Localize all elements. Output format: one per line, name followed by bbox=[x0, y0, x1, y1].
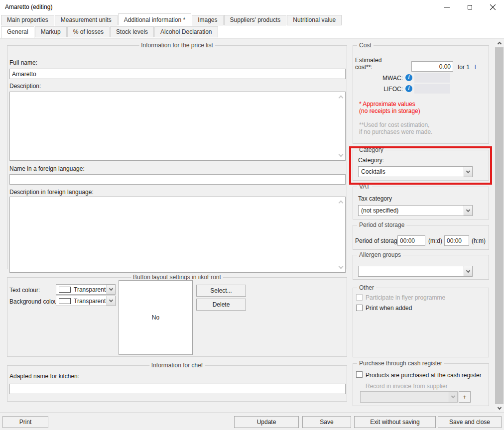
tax-category-dropdown[interactable]: (not specified) bbox=[358, 205, 473, 216]
category-group-title: Category bbox=[357, 146, 385, 153]
adapted-name-input[interactable] bbox=[9, 384, 346, 394]
other-group-title: Other bbox=[357, 284, 376, 291]
storage-md-input[interactable] bbox=[397, 235, 425, 246]
maximize-button[interactable] bbox=[461, 0, 478, 14]
chevron-down-icon bbox=[466, 268, 470, 272]
scrollbar-up-button[interactable] bbox=[495, 39, 504, 47]
scroll-up-icon[interactable] bbox=[339, 96, 344, 101]
flyer-programme-checkbox bbox=[356, 294, 363, 301]
foreign-description-label: Description in foreign language: bbox=[9, 189, 94, 196]
close-icon bbox=[490, 4, 496, 10]
tab-additional-information[interactable]: Additional information * bbox=[118, 13, 191, 25]
scroll-down-icon[interactable] bbox=[339, 264, 344, 269]
exit-without-saving-button[interactable]: Exit without saving bbox=[354, 416, 436, 428]
cost-group-title: Cost bbox=[357, 42, 374, 49]
dropdown-button[interactable] bbox=[107, 285, 115, 294]
text-colour-label: Text colour: bbox=[9, 287, 40, 294]
button-layout-group: Button layout settings in iikoFront Text… bbox=[7, 277, 347, 357]
save-and-close-button[interactable]: Save and close bbox=[438, 416, 502, 428]
chevron-down-icon bbox=[451, 394, 455, 398]
price-list-group-title: Information for the price list bbox=[139, 42, 215, 49]
button-layout-group-title: Button layout settings in iikoFront bbox=[131, 274, 223, 281]
adapted-name-label: Adapted name for kitchen: bbox=[9, 373, 79, 380]
dropdown-button[interactable] bbox=[464, 167, 472, 177]
allergen-dropdown[interactable] bbox=[358, 266, 473, 277]
allergen-group-title: Allergen groups bbox=[357, 251, 403, 258]
estimated-cost-label: Estimated cost**: bbox=[355, 57, 387, 71]
approx-note-line1: * Approximate values bbox=[359, 101, 415, 108]
mwac-info-icon[interactable]: i bbox=[405, 74, 412, 81]
storage-group-title: Period of storage bbox=[357, 221, 406, 228]
minimize-button[interactable] bbox=[438, 0, 455, 14]
tab-images[interactable]: Images bbox=[192, 15, 223, 25]
full-name-input[interactable] bbox=[9, 69, 346, 79]
record-invoice-label: Record in invoice from supplier bbox=[366, 383, 448, 390]
unit-label[interactable]: l bbox=[475, 64, 476, 71]
price-list-group: Information for the price list Full name… bbox=[7, 45, 347, 269]
foreign-name-input[interactable] bbox=[9, 174, 346, 185]
chevron-down-icon bbox=[466, 169, 470, 173]
category-dropdown[interactable]: Cocktails bbox=[358, 166, 473, 177]
dropdown-button[interactable] bbox=[107, 296, 115, 306]
dropdown-button[interactable] bbox=[464, 266, 472, 276]
close-button[interactable] bbox=[484, 0, 501, 14]
mwac-field bbox=[414, 73, 450, 83]
select-image-button[interactable]: Select... bbox=[196, 285, 246, 297]
storage-hm-input[interactable] bbox=[444, 235, 469, 246]
tab-main-properties[interactable]: Main properties bbox=[1, 15, 54, 25]
vat-group-title: VAT bbox=[357, 183, 372, 190]
content-area: Information for the price list Full name… bbox=[0, 38, 504, 412]
subtab-general[interactable]: General bbox=[1, 26, 34, 38]
tab-measurement-units[interactable]: Measurement units bbox=[55, 15, 118, 25]
storage-hm-unit: (h:m) bbox=[472, 237, 486, 244]
storage-md-unit: (m:d) bbox=[428, 237, 442, 244]
print-button[interactable]: Print bbox=[2, 416, 48, 428]
dropdown-button[interactable] bbox=[464, 206, 472, 215]
scroll-up-icon[interactable] bbox=[339, 201, 344, 206]
estimated-cost-input[interactable] bbox=[411, 61, 453, 72]
storage-group: Period of storage Period of storage (m:d… bbox=[353, 225, 489, 250]
subtab-percent-of-losses[interactable]: % of losses bbox=[67, 26, 110, 37]
add-invoice-button[interactable]: + bbox=[459, 391, 471, 403]
tab-nutritional-value[interactable]: Nutritional value bbox=[287, 15, 342, 25]
tax-category-value: (not specified) bbox=[361, 207, 398, 214]
tab-suppliers-products[interactable]: Suppliers' products bbox=[224, 15, 287, 25]
subtab-stock-levels[interactable]: Stock levels bbox=[110, 26, 154, 37]
save-button[interactable]: Save bbox=[302, 416, 351, 428]
colour-swatch bbox=[59, 298, 71, 304]
scrollbar-thumb[interactable] bbox=[495, 47, 504, 404]
description-label: Description: bbox=[9, 83, 41, 90]
sub-tab-bar: General Markup % of losses Stock levels … bbox=[0, 25, 504, 38]
for-quantity-label: for 1 bbox=[458, 64, 470, 71]
minimize-icon bbox=[444, 7, 450, 7]
full-name-label: Full name: bbox=[9, 59, 37, 66]
purchased-at-register-checkbox[interactable] bbox=[356, 371, 363, 378]
title-bar: Amaretto (editing) bbox=[0, 0, 504, 14]
usage-note-line1: **Used for cost estimation, bbox=[359, 121, 429, 128]
dropdown-button bbox=[449, 392, 457, 402]
update-button[interactable]: Update bbox=[234, 416, 299, 428]
scroll-down-icon[interactable] bbox=[339, 152, 344, 157]
print-when-added-label: Print when added bbox=[366, 305, 412, 312]
flyer-programme-label: Participate in flyer programme bbox=[366, 294, 445, 301]
scrollbar-down-button[interactable] bbox=[495, 404, 504, 413]
colour-swatch bbox=[59, 287, 71, 293]
subtab-markup[interactable]: Markup bbox=[35, 26, 67, 37]
lifoc-field bbox=[414, 84, 450, 94]
app-window: Amaretto (editing) Main properties Measu… bbox=[0, 0, 504, 430]
subtab-alcohol-declaration[interactable]: Alcohol Declaration bbox=[154, 26, 218, 37]
window-title: Amaretto (editing) bbox=[5, 3, 52, 10]
print-when-added-checkbox[interactable] bbox=[356, 305, 363, 311]
maximize-icon bbox=[468, 5, 472, 9]
foreign-description-textarea[interactable] bbox=[9, 197, 346, 273]
purchased-at-register-label: Products are purchased at the cash regis… bbox=[366, 372, 482, 379]
lifoc-info-icon[interactable]: i bbox=[405, 85, 412, 92]
chevron-down-icon bbox=[497, 406, 501, 410]
text-colour-dropdown[interactable]: Transparent bbox=[56, 284, 116, 295]
chef-group-title: Information for chef bbox=[149, 362, 205, 369]
vertical-scrollbar[interactable] bbox=[495, 39, 504, 413]
cost-group: Cost Estimated cost**: for 1 l MWAC: i L… bbox=[353, 45, 489, 144]
delete-image-button[interactable]: Delete bbox=[196, 299, 246, 311]
description-textarea[interactable] bbox=[9, 92, 346, 161]
background-colour-dropdown[interactable]: Transparent bbox=[56, 296, 116, 306]
